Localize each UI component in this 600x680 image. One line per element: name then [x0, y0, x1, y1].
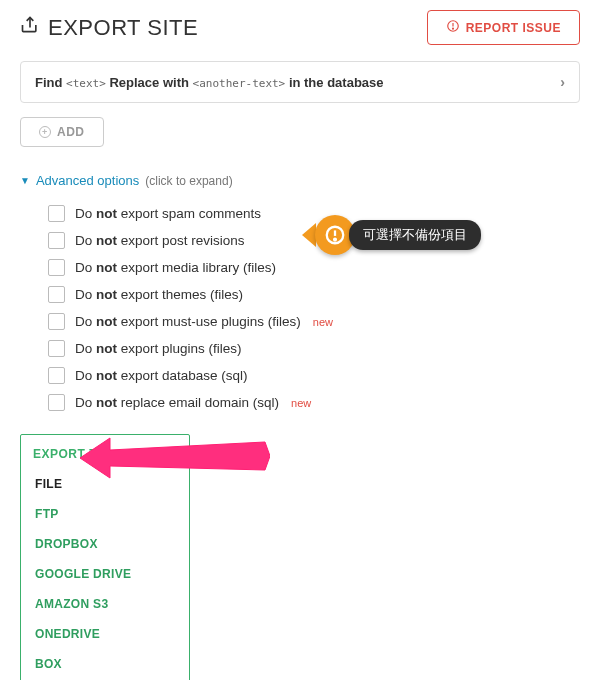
option-label: Do not replace email domain (sql) — [75, 395, 279, 410]
export-option-ftp[interactable]: FTP — [21, 499, 189, 529]
fr-suffix: in the database — [289, 75, 384, 90]
add-button-label: ADD — [57, 125, 85, 139]
report-issue-button[interactable]: REPORT ISSUE — [427, 10, 580, 45]
advanced-options-list: Do not export spam commentsDo not export… — [20, 200, 580, 416]
export-option-google-drive[interactable]: GOOGLE DRIVE — [21, 559, 189, 589]
page-title: EXPORT SITE — [20, 15, 198, 41]
option-checkbox[interactable] — [48, 394, 65, 411]
export-to-dropdown: EXPORT TO — FILEFTPDROPBOXGOOGLE DRIVEAM… — [20, 434, 190, 680]
callout-arrow-icon — [302, 223, 316, 247]
option-label: Do not export spam comments — [75, 206, 261, 221]
export-icon — [20, 15, 40, 41]
annotation-callout: 可選擇不備份項目 — [302, 215, 481, 255]
new-badge: new — [291, 397, 311, 409]
new-badge: new — [313, 316, 333, 328]
option-checkbox[interactable] — [48, 340, 65, 357]
svg-point-3 — [334, 239, 336, 241]
option-label: Do not export media library (files) — [75, 260, 276, 275]
option-checkbox[interactable] — [48, 205, 65, 222]
option-label: Do not export must-use plugins (files) — [75, 314, 301, 329]
advanced-option: Do not export media library (files) — [48, 254, 580, 281]
option-label: Do not export database (sql) — [75, 368, 248, 383]
option-checkbox[interactable] — [48, 367, 65, 384]
option-checkbox[interactable] — [48, 313, 65, 330]
fr-prefix: Find — [35, 75, 62, 90]
advanced-option: Do not export plugins (files) — [48, 335, 580, 362]
page-title-text: EXPORT SITE — [48, 15, 198, 41]
option-label: Do not export themes (files) — [75, 287, 243, 302]
find-replace-row[interactable]: Find <text> Replace with <another-text> … — [20, 61, 580, 103]
fr-tag2: <another-text> — [193, 77, 286, 90]
export-option-amazon-s3[interactable]: AMAZON S3 — [21, 589, 189, 619]
advanced-option: Do not replace email domain (sql)new — [48, 389, 580, 416]
advanced-hint: (click to expand) — [145, 174, 232, 188]
advanced-option: Do not export themes (files) — [48, 281, 580, 308]
option-label: Do not export plugins (files) — [75, 341, 242, 356]
header-row: EXPORT SITE REPORT ISSUE — [20, 10, 580, 45]
fr-mid: Replace with — [109, 75, 188, 90]
add-button[interactable]: + ADD — [20, 117, 104, 147]
export-option-dropbox[interactable]: DROPBOX — [21, 529, 189, 559]
option-label: Do not export post revisions — [75, 233, 245, 248]
fr-tag1: <text> — [66, 77, 106, 90]
caret-down-icon: ▼ — [20, 175, 30, 186]
export-option-file[interactable]: FILE — [21, 469, 189, 499]
option-checkbox[interactable] — [48, 286, 65, 303]
report-issue-label: REPORT ISSUE — [466, 21, 561, 35]
export-option-box[interactable]: BOX — [21, 649, 189, 679]
chevron-right-icon: › — [560, 74, 565, 90]
advanced-options-toggle[interactable]: ▼ Advanced options (click to expand) — [20, 173, 580, 188]
export-to-header[interactable]: EXPORT TO — — [21, 439, 189, 469]
export-to-list: FILEFTPDROPBOXGOOGLE DRIVEAMAZON S3ONEDR… — [21, 469, 189, 679]
plus-icon: + — [39, 126, 51, 138]
find-replace-text: Find <text> Replace with <another-text> … — [35, 75, 384, 90]
export-to-label: EXPORT TO — [33, 447, 107, 461]
advanced-option: Do not export must-use plugins (files)ne… — [48, 308, 580, 335]
collapse-icon: — — [161, 449, 178, 459]
advanced-label: Advanced options — [36, 173, 139, 188]
callout-text: 可選擇不備份項目 — [349, 220, 481, 250]
export-option-onedrive[interactable]: ONEDRIVE — [21, 619, 189, 649]
exclamation-icon — [324, 224, 346, 246]
advanced-option: Do not export database (sql) — [48, 362, 580, 389]
option-checkbox[interactable] — [48, 232, 65, 249]
option-checkbox[interactable] — [48, 259, 65, 276]
warning-icon — [446, 19, 460, 36]
svg-point-1 — [452, 28, 453, 29]
